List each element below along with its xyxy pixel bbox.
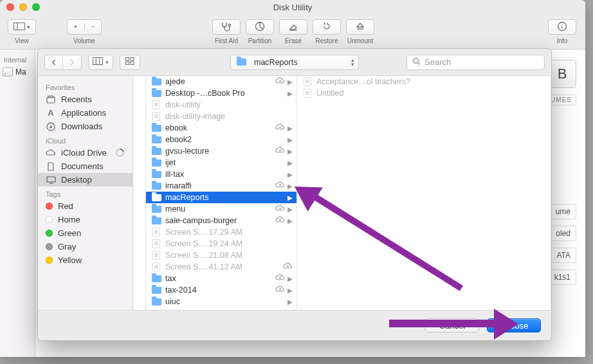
sidebar-item-downloads[interactable]: Downloads xyxy=(38,120,132,133)
list-item[interactable]: ajede▶ xyxy=(146,76,296,87)
sidebar-item-label: Recents xyxy=(61,95,92,104)
sidebar-item-label: Red xyxy=(58,201,73,211)
document-icon xyxy=(302,88,313,98)
cell-2: ATA xyxy=(551,248,576,263)
sidebar-tag-green[interactable]: Green xyxy=(38,226,132,240)
list-item-label: disk-utility xyxy=(165,100,293,109)
minimize-window-button[interactable] xyxy=(19,3,27,11)
disk-item[interactable]: Ma xyxy=(0,66,35,78)
erase-button[interactable] xyxy=(279,19,307,35)
annotation-arrow xyxy=(389,320,495,327)
list-item[interactable]: macReports▶ xyxy=(146,192,296,203)
chevron-down-icon: ▾ xyxy=(105,59,109,66)
sidebar-tag-gray[interactable]: Gray xyxy=(38,240,132,253)
svg-rect-11 xyxy=(126,62,129,65)
sidebar-tag-red[interactable]: Red xyxy=(38,199,132,213)
list-item-label: tax-2014 xyxy=(165,286,273,295)
list-item[interactable]: tax-2014▶ xyxy=(146,284,296,296)
group-button[interactable] xyxy=(120,55,140,70)
zoom-window-button[interactable] xyxy=(32,3,40,11)
chevron-right-icon: ▶ xyxy=(286,148,293,155)
list-item[interactable]: ebook2▶ xyxy=(146,134,296,145)
view-button[interactable]: ▾ xyxy=(8,19,36,35)
search-input[interactable]: Search xyxy=(406,55,545,70)
column-browser: ajede▶Desktop -…cBook Pro▶disk-utilitydi… xyxy=(133,76,551,310)
list-item[interactable]: imaraffi▶ xyxy=(146,180,296,192)
list-item[interactable]: Desktop -…cBook Pro▶ xyxy=(146,87,296,99)
tag-dot-icon xyxy=(46,243,53,250)
sidebar-item-icloud-drive[interactable]: iCloud Drive xyxy=(38,146,132,159)
folder-icon xyxy=(151,204,161,214)
sidebar-tag-home[interactable]: Home xyxy=(38,213,132,226)
sidebar-item-desktop[interactable]: Desktop xyxy=(38,173,132,187)
sidebar-item-documents[interactable]: Documents xyxy=(38,159,132,173)
chevron-right-icon: ▶ xyxy=(286,171,293,178)
document-icon xyxy=(151,227,161,237)
cloud-download-icon xyxy=(275,216,285,225)
internal-header: Internal xyxy=(0,53,35,66)
sidebar-item-label: Downloads xyxy=(61,122,102,131)
list-item-label: ill-tax xyxy=(165,170,285,179)
main-toolbar: ▾ View + − Volume First Aid Partition Er… xyxy=(0,14,585,50)
close-window-button[interactable] xyxy=(6,3,14,11)
window-title: Disk Utility xyxy=(273,3,313,12)
search-placeholder: Search xyxy=(424,57,451,67)
restore-button[interactable] xyxy=(313,19,341,35)
restore-label: Restore xyxy=(315,37,338,44)
grid-icon xyxy=(125,57,134,67)
list-item[interactable]: sale-campus-burger▶ xyxy=(146,215,296,226)
list-item: Screen S….19.24 AM xyxy=(146,238,296,250)
forward-button[interactable] xyxy=(63,55,81,69)
chevron-right-icon: ▶ xyxy=(286,206,293,213)
chevron-right-icon: ▶ xyxy=(286,136,293,143)
column-2[interactable]: Acceptance…ol teachers?Untitled xyxy=(297,76,551,310)
info-button[interactable] xyxy=(548,19,576,35)
list-item: Screen S….17.29 AM xyxy=(146,226,296,238)
favorites-header: Favorites xyxy=(38,80,132,93)
back-button[interactable] xyxy=(45,55,63,69)
list-item-label: sale-campus-burger xyxy=(165,216,273,225)
disk-item-label: Ma xyxy=(15,68,26,77)
cloud-icon xyxy=(46,149,56,156)
chevron-right-icon: ▶ xyxy=(286,78,293,86)
unmount-button[interactable] xyxy=(346,19,374,35)
cloud-download-icon xyxy=(275,205,285,214)
folder-icon xyxy=(236,57,246,68)
first-aid-button[interactable] xyxy=(212,19,241,35)
list-item[interactable]: gvsu-lecture▶ xyxy=(146,145,296,157)
folder-icon xyxy=(151,77,161,87)
column-0[interactable] xyxy=(133,76,146,310)
folder-icon xyxy=(151,192,161,203)
list-item[interactable]: ill-tax▶ xyxy=(146,168,296,180)
cell-3: k1s1 xyxy=(549,269,576,285)
list-item[interactable]: ebook▶ xyxy=(146,122,296,134)
sidebar-tag-yellow[interactable]: Yellow xyxy=(38,253,132,267)
cell-1: oled xyxy=(550,226,576,241)
list-item[interactable]: uiuc▶ xyxy=(146,296,296,307)
applications-icon: A xyxy=(46,108,56,118)
column-1[interactable]: ajede▶Desktop -…cBook Pro▶disk-utilitydi… xyxy=(146,76,297,310)
cell-0: ume xyxy=(550,204,576,219)
list-item[interactable]: ijet▶ xyxy=(146,157,296,168)
tag-dot-icon xyxy=(46,216,53,223)
view-mode-switch[interactable]: ▾ xyxy=(88,55,113,70)
nav-back-forward[interactable] xyxy=(44,55,82,70)
sidebar-item-applications[interactable]: AApplications xyxy=(38,106,132,120)
list-item-label: ebook2 xyxy=(165,135,285,144)
list-item[interactable]: menu▶ xyxy=(146,203,296,215)
list-item-label: ebook xyxy=(165,123,273,132)
folder-icon xyxy=(151,181,161,191)
path-popup[interactable]: macReports ▴▾ xyxy=(230,55,359,70)
search-icon xyxy=(412,57,421,68)
list-item-label: macReports xyxy=(165,193,285,202)
volume-buttons[interactable]: + − xyxy=(67,19,102,35)
list-item[interactable]: tax▶ xyxy=(146,273,296,284)
sidebar-item-recents[interactable]: Recents xyxy=(38,93,132,106)
eject-icon xyxy=(356,22,365,32)
sidebar-item-label: Gray xyxy=(58,242,76,251)
stethoscope-icon xyxy=(221,21,232,33)
partition-button[interactable] xyxy=(246,19,274,35)
icloud-header: iCloud xyxy=(38,133,132,146)
recents-icon xyxy=(46,95,56,104)
folder-icon xyxy=(151,215,161,226)
